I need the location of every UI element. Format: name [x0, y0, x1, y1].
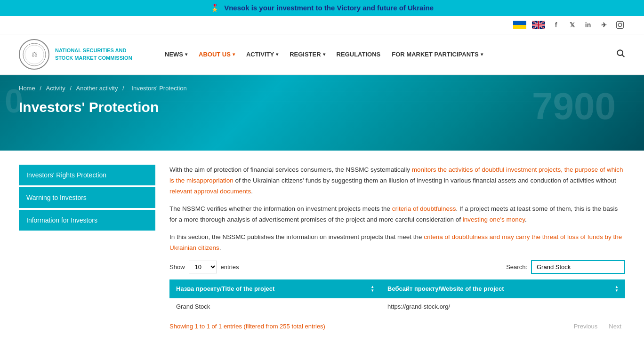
content-area: With the aim of protection of financial … — [169, 165, 625, 332]
entries-label: entries — [221, 263, 239, 271]
sort-website-icons: ▲▼ — [615, 285, 619, 293]
sidebar-item-information[interactable]: Information for Investors — [19, 210, 155, 231]
market-arrow: ▾ — [481, 52, 483, 57]
svg-text:⚖: ⚖ — [31, 50, 37, 58]
svg-rect-1 — [617, 22, 624, 29]
next-button[interactable]: Next — [605, 321, 625, 332]
nav-register[interactable]: REGISTER ▾ — [285, 47, 330, 62]
linkedin-icon[interactable]: in — [583, 20, 593, 30]
social-bar: f 𝕏 in ✈ — [0, 16, 644, 34]
header-search-button[interactable] — [616, 48, 625, 60]
search-input[interactable] — [531, 260, 625, 274]
breadcrumb-current: Investors' Protection — [131, 85, 186, 92]
about-arrow: ▾ — [233, 52, 235, 57]
paragraph-3: In this section, the NSSMC publishes the… — [169, 232, 625, 254]
logo-area: ⚖ NATIONAL SECURITIES AND STOCK MARKET C… — [19, 39, 160, 70]
banner-emoji: 🎖️ — [210, 4, 219, 12]
org-name: NATIONAL SECURITIES AND STOCK MARKET COM… — [55, 47, 132, 62]
main-nav: NEWS ▾ ABOUT US ▾ ACTIVITY ▾ REGISTER ▾ … — [160, 47, 616, 62]
pagination-info: Showing 1 to 1 of 1 entries (filtered fr… — [169, 323, 325, 330]
sidebar-item-warning[interactable]: Warning to Investors — [19, 187, 155, 208]
cell-website: https://grand-stock.org/ — [381, 298, 625, 315]
cell-title: Grand Stock — [169, 298, 381, 315]
prev-button[interactable]: Previous — [570, 321, 602, 332]
table-row: Grand Stock https://grand-stock.org/ — [169, 298, 625, 315]
breadcrumb-sep-2: / — [70, 85, 73, 92]
col-website[interactable]: Вебсайт проекту/Website of the project ▲… — [381, 279, 625, 298]
nav-about[interactable]: ABOUT US ▾ — [194, 47, 240, 62]
show-entries: Show 10 25 50 100 entries — [169, 261, 239, 273]
breadcrumb-sep-1: / — [40, 85, 43, 92]
facebook-icon[interactable]: f — [551, 20, 561, 30]
svg-point-2 — [618, 23, 622, 27]
flag-ukraine[interactable] — [513, 21, 526, 29]
twitter-icon[interactable]: 𝕏 — [567, 20, 577, 30]
banner-text: Vnesok is your investment to the Victory… — [224, 4, 434, 12]
search-box: Search: — [506, 260, 625, 274]
nav-market[interactable]: FOR MARKET PARTICIPANTS ▾ — [387, 47, 487, 62]
svg-point-7 — [617, 50, 623, 56]
header: ⚖ NATIONAL SECURITIES AND STOCK MARKET C… — [0, 34, 644, 75]
col-title[interactable]: Назва проекту/Title of the project ▲▼ — [169, 279, 381, 298]
breadcrumb-another[interactable]: Another activity — [76, 85, 118, 92]
logo: ⚖ — [19, 39, 49, 70]
register-arrow: ▾ — [323, 52, 325, 57]
news-arrow: ▾ — [185, 52, 187, 57]
pagination-buttons: Previous Next — [570, 321, 625, 332]
nav-activity[interactable]: ACTIVITY ▾ — [242, 47, 283, 62]
sidebar-item-rights[interactable]: Investors' Rights Protection — [19, 165, 155, 185]
pagination-area: Showing 1 to 1 of 1 entries (filtered fr… — [169, 321, 625, 332]
entries-select[interactable]: 10 25 50 100 — [189, 261, 217, 273]
page-title: Investors' Protection — [19, 99, 625, 115]
search-label: Search: — [506, 263, 527, 271]
sidebar: Investors' Rights Protection Warning to … — [19, 165, 155, 332]
telegram-icon[interactable]: ✈ — [599, 20, 609, 30]
flag-uk[interactable] — [532, 21, 545, 29]
paragraph-2: The NSSMC verifies whether the informati… — [169, 204, 625, 225]
hero-section: 7900 0 Home / Activity / Another activit… — [0, 75, 644, 151]
main-content: Investors' Rights Protection Warning to … — [0, 151, 644, 346]
paragraph-1: With the aim of protection of financial … — [169, 165, 625, 197]
breadcrumb: Home / Activity / Another activity / Inv… — [19, 85, 625, 92]
table-controls: Show 10 25 50 100 entries Search: — [169, 260, 625, 274]
show-label: Show — [169, 263, 185, 271]
breadcrumb-activity[interactable]: Activity — [46, 85, 65, 92]
top-banner: 🎖️ Vnesok is your investment to the Vict… — [0, 0, 644, 16]
svg-point-3 — [621, 23, 622, 24]
breadcrumb-home[interactable]: Home — [19, 85, 35, 92]
breadcrumb-sep-3: / — [122, 85, 126, 92]
activity-arrow: ▾ — [276, 52, 278, 57]
nav-news[interactable]: NEWS ▾ — [160, 47, 192, 62]
sort-title-icons: ▲▼ — [370, 285, 374, 293]
data-table: Назва проекту/Title of the project ▲▼ Ве… — [169, 279, 625, 315]
nav-regulations[interactable]: REGULATIONS — [332, 47, 386, 62]
svg-line-8 — [622, 55, 625, 57]
instagram-icon[interactable] — [615, 20, 625, 30]
